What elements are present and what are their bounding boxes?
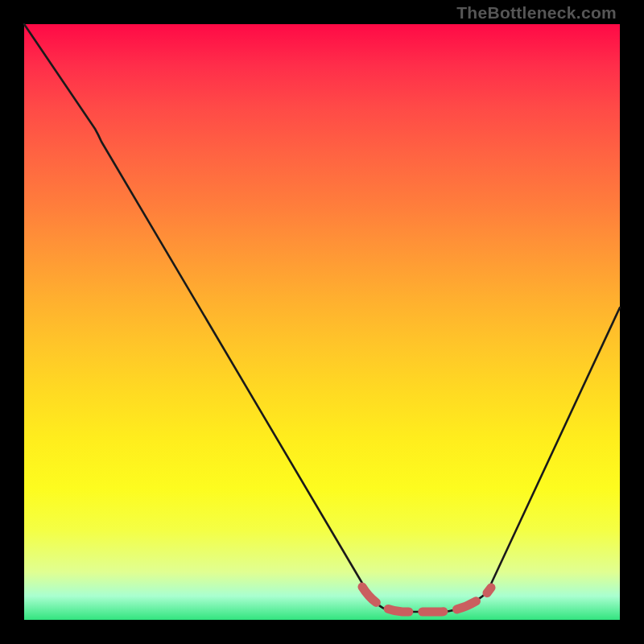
line-plot [24,24,620,620]
bottleneck-curve [24,24,620,612]
chart-frame: TheBottleneck.com [0,0,644,644]
plot-area [24,24,620,620]
watermark-text: TheBottleneck.com [456,3,617,23]
